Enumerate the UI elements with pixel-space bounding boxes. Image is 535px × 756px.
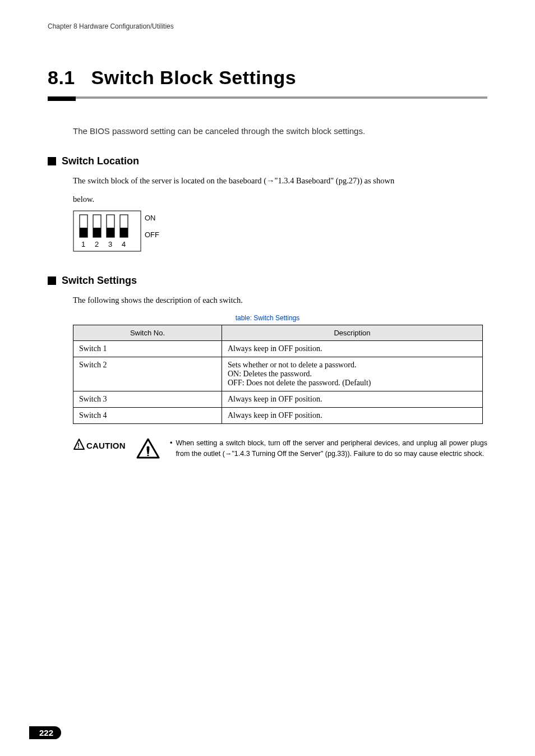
svg-point-13 [147,446,150,449]
chapter-header: Chapter 8 Hardware Configuration/Utiliti… [48,22,487,30]
svg-rect-15 [147,455,149,456]
caution-body: When setting a switch block, turn off th… [176,438,487,459]
svg-text:!: ! [77,442,80,450]
table-cell-description: Always keep in OFF position. [222,391,483,407]
table-header-description: Description [222,325,483,340]
table-row: Switch 3 Always keep in OFF position. [73,391,483,407]
svg-rect-4 [93,228,101,237]
caution-block: ! CAUTION • When setting a switch block,… [73,438,487,462]
switch-off-label: OFF [145,231,159,239]
svg-rect-2 [80,228,87,237]
table-cell-switch-no: Switch 4 [73,407,222,423]
bullet-dot: • [170,438,172,459]
switch-num-1: 1 [81,240,85,248]
warning-triangle-icon [136,438,160,462]
table-header-row: Switch No. Description [73,325,483,340]
switch-num-3: 3 [108,240,112,248]
table-row: Switch 2 Sets whether or not to delete a… [73,357,483,391]
intro-text: The BIOS password setting can be cancele… [73,126,487,136]
svg-marker-14 [147,449,150,454]
switch-on-label: ON [145,214,156,222]
caution-text: • When setting a switch block, turn off … [170,438,487,459]
underline-accent [48,96,76,101]
subsection-title: Switch Location [62,155,139,167]
square-bullet-icon [48,276,56,285]
svg-text:CAUTION: CAUTION [86,441,126,450]
section-number: 8.1 [48,67,75,88]
switch-num-2: 2 [95,240,99,248]
caution-label-icon: ! CAUTION [73,438,126,456]
switch-block-diagram: ON OFF 1 2 3 4 [73,210,487,252]
table-row: Switch 4 Always keep in OFF position. [73,407,483,423]
underline-rule [76,96,487,99]
table-header-switch-no: Switch No. [73,325,222,340]
svg-rect-6 [107,228,114,237]
switch-location-body-a: The switch block of the server is locate… [73,174,487,188]
switch-settings-body: The following shows the description of e… [73,293,487,307]
table-cell-description: Always keep in OFF position. [222,407,483,423]
table-cell-switch-no: Switch 1 [73,340,222,357]
page-number: 222 [29,726,61,739]
table-cell-description: Always keep in OFF position. [222,340,483,357]
section-title-block: 8.1 Switch Block Settings [48,67,487,89]
table-cell-description: Sets whether or not to delete a password… [222,357,483,391]
table-cell-switch-no: Switch 3 [73,391,222,407]
switch-settings-table: Switch No. Description Switch 1 Always k… [73,325,483,424]
table-caption: table: Switch Settings [48,314,487,322]
table-cell-switch-no: Switch 2 [73,357,222,391]
title-underline [48,96,487,101]
subsection-title: Switch Settings [62,275,137,287]
subsection-switch-settings: Switch Settings [48,275,487,287]
section-title: Switch Block Settings [91,67,297,88]
section-spacer [77,67,89,88]
svg-rect-8 [120,228,128,237]
table-row: Switch 1 Always keep in OFF position. [73,340,483,357]
switch-location-body-b: below. [73,192,487,206]
switch-num-4: 4 [122,240,126,248]
subsection-switch-location: Switch Location [48,155,487,167]
square-bullet-icon [48,157,56,165]
